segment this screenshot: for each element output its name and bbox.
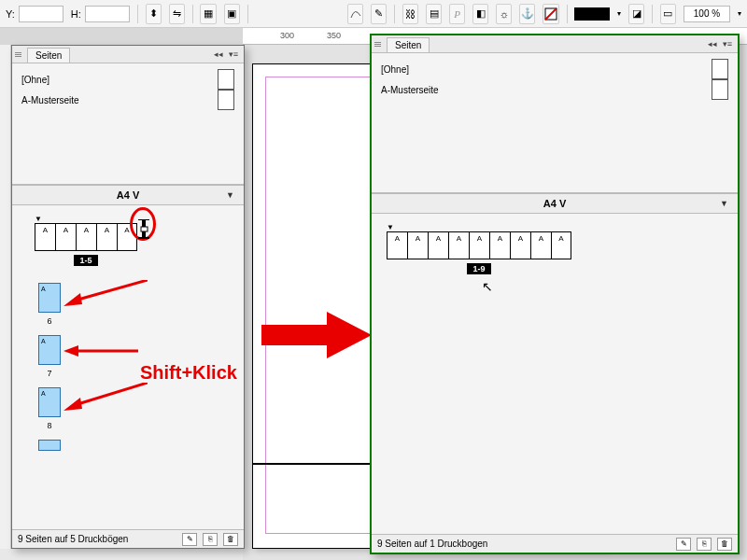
pages-list: ▼ A A A A A 1-5 A 6 A 7 A 8 <box>12 205 244 506</box>
masters-list: [Ohne] A-Musterseite <box>372 53 738 193</box>
page-thumb[interactable]: A <box>469 231 489 259</box>
svg-line-6 <box>75 280 148 301</box>
cursor-icon: ↖ <box>482 279 493 294</box>
page-size-bar[interactable]: A4 V ▼ <box>372 193 738 214</box>
page-number: 7 <box>38 369 61 378</box>
page-thumb[interactable]: A <box>448 231 469 259</box>
page-size-label: A4 V <box>117 189 139 201</box>
anchor-icon[interactable]: ⚓ <box>519 4 535 24</box>
zoom-dd-icon[interactable]: ▾ <box>738 9 741 18</box>
fx-icon[interactable] <box>347 4 363 24</box>
spread-range: 1-9 <box>467 263 490 274</box>
svg-rect-5 <box>141 227 148 231</box>
select-container-icon[interactable]: ▣ <box>224 4 240 24</box>
size-dropdown-icon[interactable]: ▼ <box>226 190 234 200</box>
fill-swatch[interactable] <box>574 7 610 21</box>
h-label: H: <box>71 8 81 20</box>
panel-tab-seiten[interactable]: Seiten <box>27 48 70 63</box>
none-icon[interactable] <box>543 4 558 24</box>
page-number: 6 <box>38 316 61 326</box>
master-thumb-icon <box>712 59 728 79</box>
swatch-dd-icon[interactable]: ▾ <box>617 9 621 18</box>
h-input[interactable] <box>85 6 130 22</box>
svg-line-10 <box>75 383 148 405</box>
opts-icon[interactable]: ☼ <box>496 4 512 24</box>
svg-marker-12 <box>261 312 372 358</box>
wrap-icon[interactable]: ▤ <box>426 4 442 24</box>
spread-row[interactable]: A A A A A <box>35 223 137 251</box>
corner-icon[interactable]: ◧ <box>472 4 488 24</box>
brush-icon[interactable]: ✎ <box>371 4 387 24</box>
page-thumb[interactable]: A <box>55 223 76 251</box>
spread-range: 1-5 <box>74 255 97 266</box>
spread-row[interactable]: A A A A A A A A A <box>387 231 571 259</box>
master-label: [Ohne] <box>21 75 49 85</box>
panel-titlebar[interactable]: Seiten ◂◂ ▾≡ <box>12 46 244 63</box>
pages-panel-before: Seiten ◂◂ ▾≡ [Ohne] A-Musterseite A4 V ▼… <box>11 45 245 549</box>
page-thumb[interactable]: A <box>38 283 61 313</box>
master-a[interactable]: A-Musterseite <box>381 79 728 100</box>
trash-icon[interactable]: 🗑 <box>717 538 732 551</box>
master-label: A-Musterseite <box>381 85 439 95</box>
flip-h-icon[interactable]: ⇋ <box>169 4 185 24</box>
collapse-icon[interactable]: ◂◂ <box>706 37 719 50</box>
page-thumb[interactable]: A <box>96 223 117 251</box>
master-none[interactable]: [Ohne] <box>381 59 728 79</box>
page-thumb[interactable]: A <box>387 231 407 259</box>
pages-list: ▼ A A A A A A A A A 1-9 ↖ <box>372 214 738 512</box>
svg-marker-9 <box>63 345 78 357</box>
page-thumb[interactable]: A <box>489 231 510 259</box>
constrain-icon[interactable]: ⬍ <box>146 4 162 24</box>
page-thumb[interactable]: A <box>38 335 61 365</box>
page-thumb[interactable]: A <box>35 223 55 251</box>
page-thumb[interactable] <box>38 440 61 451</box>
panel-titlebar[interactable]: Seiten ◂◂ ▾≡ <box>372 35 738 53</box>
new-page-icon[interactable]: ⎘ <box>203 533 218 546</box>
annotation-text: Shift+Klick <box>140 362 237 384</box>
panel-menu-icon[interactable]: ▾≡ <box>227 48 240 61</box>
page-thumb[interactable]: A <box>407 231 428 259</box>
view-mode-icon[interactable]: ▭ <box>660 4 676 24</box>
page-size-label: A4 V <box>543 198 566 209</box>
pages-panel-after: Seiten ◂◂ ▾≡ [Ohne] A-Musterseite A4 V ▼… <box>370 34 740 554</box>
masters-list: [Ohne] A-Musterseite <box>12 63 244 185</box>
master-label: [Ohne] <box>381 64 409 75</box>
page-thumb[interactable]: A <box>38 387 61 417</box>
page-thumb[interactable]: A <box>117 223 137 251</box>
master-thumb-icon <box>218 69 234 90</box>
page-thumb[interactable]: A <box>76 223 96 251</box>
panel-tab-seiten[interactable]: Seiten <box>387 37 430 52</box>
arrow-icon <box>63 343 138 358</box>
panel-menu-icon[interactable]: ▾≡ <box>721 37 734 50</box>
ruler-tick: 300 <box>280 31 294 40</box>
text-p-icon[interactable]: P <box>449 4 465 24</box>
arrow-icon <box>63 383 148 413</box>
align-icon[interactable]: ▦ <box>200 4 216 24</box>
page-thumb[interactable]: A <box>510 231 530 259</box>
page-thumb[interactable]: A <box>428 231 448 259</box>
edit-page-icon[interactable]: ✎ <box>182 533 197 546</box>
y-input[interactable] <box>19 6 63 22</box>
master-thumb-icon <box>712 79 728 100</box>
page-thumb[interactable]: A <box>530 231 551 259</box>
trash-icon[interactable]: 🗑 <box>223 533 238 546</box>
big-arrow-icon <box>261 310 374 360</box>
insert-cursor-icon <box>138 219 151 240</box>
status-text: 9 Seiten auf 1 Druckbogen <box>377 539 487 549</box>
size-dropdown-icon[interactable]: ▼ <box>720 199 728 208</box>
zoom-input[interactable] <box>684 6 730 22</box>
master-none[interactable]: [Ohne] <box>21 69 234 90</box>
collapse-icon[interactable]: ◂◂ <box>212 48 225 61</box>
status-text: 9 Seiten auf 5 Druckbögen <box>18 534 128 544</box>
master-a[interactable]: A-Musterseite <box>21 90 234 110</box>
new-page-icon[interactable]: ⎘ <box>697 538 712 551</box>
link-icon[interactable]: ⛓ <box>402 4 418 24</box>
arrow-icon <box>63 280 148 308</box>
svg-marker-7 <box>63 293 82 306</box>
master-label: A-Musterseite <box>21 95 79 105</box>
fill-toggle-icon[interactable]: ◪ <box>628 4 644 24</box>
page-size-bar[interactable]: A4 V ▼ <box>12 185 244 205</box>
master-thumb-icon <box>218 90 234 110</box>
edit-page-icon[interactable]: ✎ <box>676 538 691 551</box>
page-thumb[interactable]: A <box>551 231 571 259</box>
